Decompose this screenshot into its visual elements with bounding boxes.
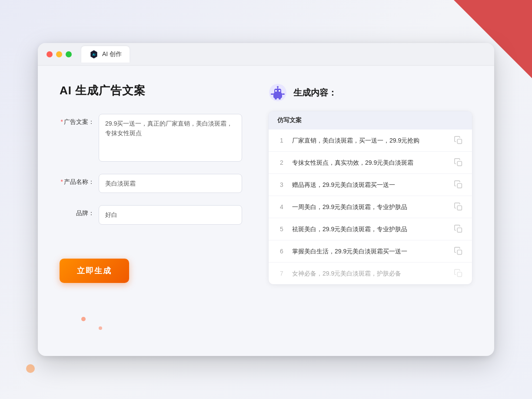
- required-star-1: *: [61, 118, 63, 125]
- result-header: 生成内容：: [268, 83, 472, 102]
- left-panel: AI 生成广告文案 *广告文案： 29.9买一送一，真正的厂家直销，美白淡斑霜，…: [60, 83, 242, 335]
- close-button[interactable]: [47, 51, 53, 57]
- decorative-dot-1: [81, 317, 86, 321]
- row-text: 厂家直销，美白淡斑霜，买一送一，29.9元抢购: [292, 136, 448, 145]
- svg-rect-14: [457, 161, 462, 166]
- tab-label: AI 创作: [102, 50, 122, 58]
- table-row: 6掌握美白生活，29.9元美白淡斑霜买一送一: [269, 240, 472, 263]
- copy-icon[interactable]: [454, 224, 463, 234]
- table-row: 1厂家直销，美白淡斑霜，买一送一，29.9元抢购: [269, 130, 472, 152]
- svg-rect-10: [282, 93, 285, 95]
- svg-rect-11: [275, 98, 277, 100]
- svg-point-7: [277, 86, 279, 88]
- svg-rect-12: [279, 98, 281, 100]
- brand-input[interactable]: [99, 205, 242, 224]
- copy-icon[interactable]: [454, 136, 463, 145]
- row-text: 赠品再送，29.9元美白淡斑霜买一送一: [292, 180, 448, 190]
- table-row: 4一周美白，29.9元美白淡斑霜，专业护肤品: [269, 196, 472, 218]
- copy-icon[interactable]: [454, 246, 463, 256]
- generate-button[interactable]: 立即生成: [60, 259, 129, 283]
- product-name-group: *产品名称：: [60, 174, 242, 193]
- ad-copy-label: *广告文案：: [60, 114, 94, 126]
- result-title: 生成内容：: [293, 87, 337, 99]
- table-row: 5祛斑美白，29.9元美白淡斑霜，专业护肤品: [269, 218, 472, 240]
- titlebar: AI AI 创作: [38, 43, 494, 66]
- table-row: 7女神必备，29.9元美白淡斑霜，护肤必备: [269, 263, 472, 284]
- copy-icon[interactable]: [454, 158, 463, 167]
- row-number: 6: [277, 248, 286, 255]
- brand-label: 品牌：: [60, 205, 94, 217]
- row-text: 祛斑美白，29.9元美白淡斑霜，专业护肤品: [292, 225, 448, 234]
- ad-copy-input[interactable]: 29.9买一送一，真正的厂家直销，美白淡斑霜，专抹女性斑点: [99, 114, 242, 162]
- app-window: AI AI 创作 AI 生成广告文案 *广告文案： 29.9买一送一，真正的厂家…: [38, 43, 494, 356]
- row-text: 女神必备，29.9元美白淡斑霜，护肤必备: [292, 269, 448, 278]
- row-number: 4: [277, 203, 286, 210]
- svg-rect-15: [457, 183, 462, 188]
- copy-icon[interactable]: [454, 269, 463, 278]
- table-row: 2专抹女性斑点，真实功效，29.9元美白淡斑霜: [269, 152, 472, 174]
- svg-rect-13: [457, 139, 462, 143]
- row-number: 7: [277, 270, 286, 277]
- ad-copy-group: *广告文案： 29.9买一送一，真正的厂家直销，美白淡斑霜，专抹女性斑点: [60, 114, 242, 162]
- bot-icon: [268, 83, 287, 102]
- maximize-button[interactable]: [66, 51, 72, 57]
- decorative-dot-2: [99, 326, 102, 330]
- ai-tab-icon: AI: [89, 50, 99, 59]
- svg-rect-16: [457, 206, 462, 210]
- row-number: 2: [277, 159, 286, 166]
- row-text: 掌握美白生活，29.9元美白淡斑霜买一送一: [292, 247, 448, 256]
- brand-group: 品牌：: [60, 205, 242, 224]
- result-card: 仿写文案 1厂家直销，美白淡斑霜，买一送一，29.9元抢购 2专抹女性斑点，真实…: [268, 111, 472, 285]
- product-name-input[interactable]: [99, 174, 242, 193]
- svg-point-6: [279, 90, 280, 92]
- svg-text:AI: AI: [93, 53, 96, 56]
- row-number: 1: [277, 137, 286, 144]
- row-number: 5: [277, 226, 286, 233]
- traffic-lights: [47, 51, 72, 57]
- row-text: 一周美白，29.9元美白淡斑霜，专业护肤品: [292, 203, 448, 212]
- required-star-2: *: [61, 178, 63, 185]
- row-text: 专抹女性斑点，真实功效，29.9元美白淡斑霜: [292, 158, 448, 167]
- row-number: 3: [277, 181, 286, 188]
- svg-rect-19: [457, 272, 462, 276]
- right-panel: 生成内容： 仿写文案 1厂家直销，美白淡斑霜，买一送一，29.9元抢购 2专抹女…: [268, 83, 472, 335]
- copy-icon[interactable]: [454, 180, 463, 190]
- table-row: 3赠品再送，29.9元美白淡斑霜买一送一: [269, 174, 472, 196]
- minimize-button[interactable]: [56, 51, 62, 57]
- product-name-label: *产品名称：: [60, 174, 94, 186]
- content-area: AI 生成广告文案 *广告文案： 29.9买一送一，真正的厂家直销，美白淡斑霜，…: [38, 66, 494, 352]
- ai-creation-tab[interactable]: AI AI 创作: [81, 46, 130, 63]
- svg-rect-17: [457, 228, 462, 232]
- svg-rect-9: [271, 93, 273, 95]
- copy-icon[interactable]: [454, 202, 463, 212]
- result-rows: 1厂家直销，美白淡斑霜，买一送一，29.9元抢购 2专抹女性斑点，真实功效，29…: [269, 130, 472, 284]
- svg-rect-18: [457, 250, 462, 254]
- page-title: AI 生成广告文案: [60, 83, 242, 98]
- svg-point-5: [275, 90, 277, 92]
- result-table-header: 仿写文案: [269, 111, 472, 130]
